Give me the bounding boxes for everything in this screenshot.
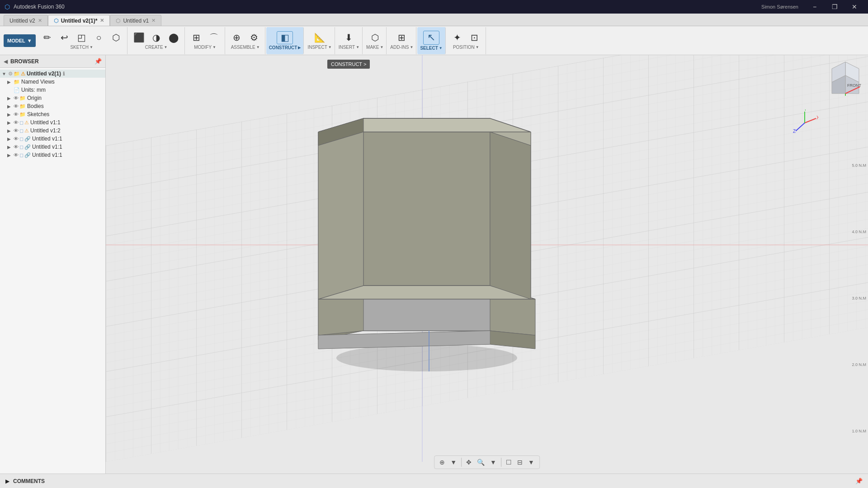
ref1-arrow[interactable]: ▶ — [7, 120, 14, 125]
tree-bodies[interactable]: ▶ 👁 📁 Bodies — [0, 102, 105, 110]
ref5-arrow[interactable]: ▶ — [7, 153, 14, 158]
restore-button[interactable]: ❐ — [826, 0, 844, 14]
modify-fillet-btn[interactable]: ⌒ — [206, 32, 222, 44]
bodies-arrow[interactable]: ▶ — [7, 104, 14, 109]
construct-label[interactable]: CONSTRUCT▶ — [269, 45, 301, 50]
viewport[interactable]: 5.0 N.M 4.0 N.M 3.0 N.M 2.0 N.M 1.0 N.M … — [106, 55, 868, 474]
create-box-btn[interactable]: ⬛ — [131, 32, 147, 44]
create-cyl-btn[interactable]: ◑ — [148, 32, 165, 44]
browser-pin-icon[interactable]: 📌 — [94, 58, 102, 65]
sketch-project-btn[interactable]: ◰ — [74, 32, 90, 44]
close-button[interactable]: ✕ — [845, 0, 863, 14]
tab-untitled-v1[interactable]: ⬡ Untitled v1 ✕ — [110, 15, 161, 26]
sketch-create-btn[interactable]: ✏ — [39, 32, 56, 44]
ref4-arrow[interactable]: ▶ — [7, 145, 14, 150]
info-icon[interactable]: ℹ — [63, 71, 65, 77]
select-btn[interactable]: ↖ — [423, 31, 439, 45]
select-label[interactable]: SELECT▼ — [420, 46, 442, 51]
make-btn[interactable]: ⬡ — [367, 32, 383, 44]
construct-arrow: ▶ — [298, 46, 301, 50]
orbit-dropdown-btn[interactable]: ▼ — [448, 457, 459, 467]
browser-header: ◀ BROWSER 📌 — [0, 55, 105, 68]
svg-point-15 — [336, 344, 517, 371]
orbit-btn[interactable]: ⊕ — [437, 457, 447, 467]
sketches-arrow[interactable]: ▶ — [7, 112, 14, 117]
tree-sketches[interactable]: ▶ 👁 📁 Sketches — [0, 110, 105, 118]
construct-plane-btn[interactable]: ◧ — [277, 31, 293, 44]
addins-label[interactable]: ADD-INS▼ — [390, 45, 413, 50]
comments-expand-icon[interactable]: ▶ — [5, 478, 9, 484]
scale-label-1: 1.0 N.M — [841, 429, 868, 433]
comments-panel: ▶ COMMENTS 📌 — [0, 474, 868, 488]
tree-units: 📄 Units: mm — [0, 86, 105, 94]
create-label[interactable]: CREATE▼ — [145, 45, 168, 50]
addins-btn[interactable]: ⊞ — [394, 32, 410, 44]
svg-line-19 — [805, 118, 816, 123]
ref5-eye-icon: 👁 — [14, 152, 19, 158]
sketch-hex-btn[interactable]: ⬡ — [108, 32, 124, 44]
browser-collapse-icon[interactable]: ◀ — [4, 58, 8, 65]
construct-icon: ◧ — [281, 33, 289, 42]
sketch-undo-btn[interactable]: ↩ — [57, 32, 73, 44]
inspect-btn[interactable]: 📐 — [311, 32, 328, 44]
tab-close-icon[interactable]: ✕ — [100, 18, 104, 23]
tab-untitled-v2[interactable]: Untitled v2 ✕ — [4, 15, 48, 26]
tree-ref3[interactable]: ▶ 👁 ◻ 🔗 Untitled v1:1 — [0, 135, 105, 143]
assemble-new-btn[interactable]: ⊕ — [229, 32, 245, 44]
minimize-button[interactable]: − — [806, 0, 824, 14]
toolbar-group-insert: ⬇ INSERT▼ — [336, 27, 363, 54]
tab-bar: Untitled v2 ✕ ⬡ Untitled v2(1)* ✕ ⬡ Unti… — [0, 14, 868, 26]
modify-press-btn[interactable]: ⊞ — [189, 32, 205, 44]
sketch-label[interactable]: SKETCH▼ — [70, 45, 93, 50]
tree-origin[interactable]: ▶ 👁 📁 Origin — [0, 94, 105, 102]
tab-untitled-v2-1[interactable]: ⬡ Untitled v2(1)* ✕ — [48, 15, 110, 26]
tab-close-icon[interactable]: ✕ — [38, 18, 42, 23]
display-mode-btn[interactable]: ☐ — [504, 457, 514, 467]
make-label[interactable]: MAKE▼ — [366, 45, 383, 50]
origin-arrow[interactable]: ▶ — [7, 96, 14, 101]
tree-root[interactable]: ▼ ⚙ 📁 ⚠ Untitled v2(1) ℹ — [0, 70, 105, 78]
position-arrow: ▼ — [476, 45, 479, 49]
assemble-label[interactable]: ASSEMBLE▼ — [231, 45, 260, 50]
assemble-joint-btn[interactable]: ⚙ — [246, 32, 262, 44]
browser-tree: ▼ ⚙ 📁 ⚠ Untitled v2(1) ℹ ▶ 📁 Named Views — [0, 68, 105, 474]
model-3d — [264, 96, 603, 389]
ref3-arrow[interactable]: ▶ — [7, 136, 14, 141]
named-views-arrow[interactable]: ▶ — [7, 80, 14, 84]
tree-ref2[interactable]: ▶ 👁 ◻ ⚠ Untitled v1:2 — [0, 127, 105, 135]
sketch-circle-btn[interactable]: ○ — [91, 32, 107, 44]
inspect-label[interactable]: INSPECT▼ — [307, 45, 331, 50]
sketch-icon: ✏ — [43, 33, 51, 42]
insert-arrow: ▼ — [356, 45, 359, 49]
zoom-dropdown-btn[interactable]: ▼ — [488, 457, 499, 467]
grid-btn[interactable]: ⊟ — [515, 457, 525, 467]
grid-dropdown-btn[interactable]: ▼ — [526, 457, 537, 467]
ref5-body-icon: ◻ — [19, 152, 24, 158]
svg-marker-13 — [318, 132, 363, 299]
model-button[interactable]: MODEL ▼ — [4, 34, 36, 47]
zoom-btn[interactable]: 🔍 — [475, 457, 487, 467]
modify-label[interactable]: MODIFY▼ — [194, 45, 216, 50]
comments-pin-icon[interactable]: 📌 — [855, 478, 863, 484]
root-arrow[interactable]: ▼ — [2, 71, 8, 76]
ref3-body-icon: ◻ — [19, 136, 24, 142]
position-label[interactable]: POSITION▼ — [453, 45, 479, 50]
insert-label[interactable]: INSERT▼ — [339, 45, 359, 50]
position-move-btn[interactable]: ✦ — [449, 32, 466, 44]
tree-ref1[interactable]: ▶ 👁 ◻ ⚠ Untitled v1:1 — [0, 118, 105, 127]
create-hole-btn[interactable]: ⬤ — [165, 32, 182, 44]
model-arrow: ▼ — [27, 38, 32, 43]
ref4-eye-icon: 👁 — [14, 144, 19, 150]
tree-ref4[interactable]: ▶ 👁 ◻ 🔗 Untitled v1:1 — [0, 143, 105, 151]
insert-btn[interactable]: ⬇ — [341, 32, 357, 44]
ref2-arrow[interactable]: ▶ — [7, 128, 14, 133]
view-cube[interactable]: FRONT — [827, 60, 863, 96]
position-icon: ✦ — [453, 33, 461, 42]
tab-close-icon[interactable]: ✕ — [151, 18, 156, 23]
tree-named-views[interactable]: ▶ 📁 Named Views — [0, 78, 105, 86]
sketches-folder-icon: 📁 — [19, 112, 26, 117]
tree-ref5[interactable]: ▶ 👁 ◻ 🔗 Untitled v1:1 — [0, 151, 105, 159]
pan-btn[interactable]: ✥ — [464, 457, 474, 467]
tab-icon: ⬡ — [116, 18, 120, 24]
position-align-btn[interactable]: ⊡ — [467, 32, 483, 44]
